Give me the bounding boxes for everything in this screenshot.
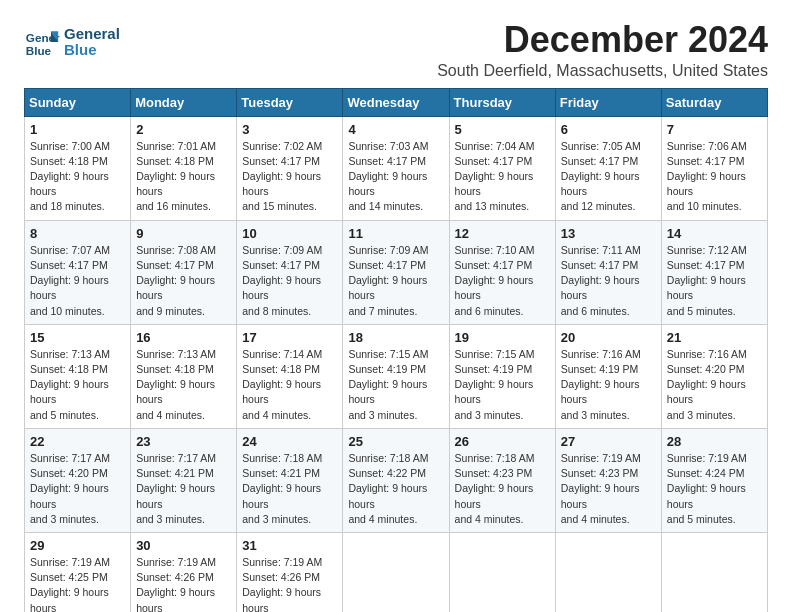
empty-cell xyxy=(343,532,449,612)
day-info: Sunrise: 7:15 AMSunset: 4:19 PMDaylight:… xyxy=(455,347,550,423)
title-block: December 2024 South Deerfield, Massachus… xyxy=(437,20,768,80)
svg-text:Blue: Blue xyxy=(26,44,52,57)
day-info: Sunrise: 7:11 AMSunset: 4:17 PMDaylight:… xyxy=(561,243,656,319)
calendar-day-2: 2Sunrise: 7:01 AMSunset: 4:18 PMDaylight… xyxy=(131,116,237,220)
calendar-day-12: 12Sunrise: 7:10 AMSunset: 4:17 PMDayligh… xyxy=(449,220,555,324)
calendar-week-5: 29Sunrise: 7:19 AMSunset: 4:25 PMDayligh… xyxy=(25,532,768,612)
day-info: Sunrise: 7:09 AMSunset: 4:17 PMDaylight:… xyxy=(348,243,443,319)
day-info: Sunrise: 7:05 AMSunset: 4:17 PMDaylight:… xyxy=(561,139,656,215)
weekday-header-tuesday: Tuesday xyxy=(237,88,343,116)
day-number: 16 xyxy=(136,330,231,345)
empty-cell xyxy=(661,532,767,612)
logo: General Blue General Blue xyxy=(24,24,120,60)
day-number: 24 xyxy=(242,434,337,449)
day-number: 25 xyxy=(348,434,443,449)
day-info: Sunrise: 7:17 AMSunset: 4:20 PMDaylight:… xyxy=(30,451,125,527)
day-number: 18 xyxy=(348,330,443,345)
day-number: 31 xyxy=(242,538,337,553)
day-number: 17 xyxy=(242,330,337,345)
day-number: 2 xyxy=(136,122,231,137)
calendar-day-19: 19Sunrise: 7:15 AMSunset: 4:19 PMDayligh… xyxy=(449,324,555,428)
day-number: 1 xyxy=(30,122,125,137)
calendar-week-4: 22Sunrise: 7:17 AMSunset: 4:20 PMDayligh… xyxy=(25,428,768,532)
calendar-day-9: 9Sunrise: 7:08 AMSunset: 4:17 PMDaylight… xyxy=(131,220,237,324)
day-info: Sunrise: 7:16 AMSunset: 4:20 PMDaylight:… xyxy=(667,347,762,423)
day-number: 20 xyxy=(561,330,656,345)
calendar-day-27: 27Sunrise: 7:19 AMSunset: 4:23 PMDayligh… xyxy=(555,428,661,532)
day-number: 22 xyxy=(30,434,125,449)
weekday-header-wednesday: Wednesday xyxy=(343,88,449,116)
calendar-week-2: 8Sunrise: 7:07 AMSunset: 4:17 PMDaylight… xyxy=(25,220,768,324)
logo-line1: General xyxy=(64,26,120,43)
empty-cell xyxy=(449,532,555,612)
calendar-day-15: 15Sunrise: 7:13 AMSunset: 4:18 PMDayligh… xyxy=(25,324,131,428)
day-info: Sunrise: 7:12 AMSunset: 4:17 PMDaylight:… xyxy=(667,243,762,319)
calendar-day-25: 25Sunrise: 7:18 AMSunset: 4:22 PMDayligh… xyxy=(343,428,449,532)
calendar-day-8: 8Sunrise: 7:07 AMSunset: 4:17 PMDaylight… xyxy=(25,220,131,324)
day-info: Sunrise: 7:19 AMSunset: 4:23 PMDaylight:… xyxy=(561,451,656,527)
day-number: 13 xyxy=(561,226,656,241)
day-info: Sunrise: 7:02 AMSunset: 4:17 PMDaylight:… xyxy=(242,139,337,215)
calendar-day-28: 28Sunrise: 7:19 AMSunset: 4:24 PMDayligh… xyxy=(661,428,767,532)
calendar-day-18: 18Sunrise: 7:15 AMSunset: 4:19 PMDayligh… xyxy=(343,324,449,428)
day-info: Sunrise: 7:19 AMSunset: 4:24 PMDaylight:… xyxy=(667,451,762,527)
day-info: Sunrise: 7:07 AMSunset: 4:17 PMDaylight:… xyxy=(30,243,125,319)
weekday-header-monday: Monday xyxy=(131,88,237,116)
day-info: Sunrise: 7:19 AMSunset: 4:25 PMDaylight:… xyxy=(30,555,125,612)
weekday-header-saturday: Saturday xyxy=(661,88,767,116)
day-number: 3 xyxy=(242,122,337,137)
day-number: 10 xyxy=(242,226,337,241)
day-number: 8 xyxy=(30,226,125,241)
weekday-header-thursday: Thursday xyxy=(449,88,555,116)
day-number: 6 xyxy=(561,122,656,137)
day-number: 21 xyxy=(667,330,762,345)
calendar-day-31: 31Sunrise: 7:19 AMSunset: 4:26 PMDayligh… xyxy=(237,532,343,612)
day-number: 9 xyxy=(136,226,231,241)
day-number: 29 xyxy=(30,538,125,553)
day-info: Sunrise: 7:13 AMSunset: 4:18 PMDaylight:… xyxy=(30,347,125,423)
location-title: South Deerfield, Massachusetts, United S… xyxy=(437,62,768,80)
logo-icon: General Blue xyxy=(24,24,60,60)
day-info: Sunrise: 7:01 AMSunset: 4:18 PMDaylight:… xyxy=(136,139,231,215)
calendar-day-21: 21Sunrise: 7:16 AMSunset: 4:20 PMDayligh… xyxy=(661,324,767,428)
calendar-week-3: 15Sunrise: 7:13 AMSunset: 4:18 PMDayligh… xyxy=(25,324,768,428)
day-info: Sunrise: 7:18 AMSunset: 4:22 PMDaylight:… xyxy=(348,451,443,527)
weekday-header-friday: Friday xyxy=(555,88,661,116)
calendar-day-7: 7Sunrise: 7:06 AMSunset: 4:17 PMDaylight… xyxy=(661,116,767,220)
day-info: Sunrise: 7:16 AMSunset: 4:19 PMDaylight:… xyxy=(561,347,656,423)
calendar-day-11: 11Sunrise: 7:09 AMSunset: 4:17 PMDayligh… xyxy=(343,220,449,324)
day-number: 5 xyxy=(455,122,550,137)
day-number: 30 xyxy=(136,538,231,553)
weekday-header-sunday: Sunday xyxy=(25,88,131,116)
day-info: Sunrise: 7:08 AMSunset: 4:17 PMDaylight:… xyxy=(136,243,231,319)
calendar-day-24: 24Sunrise: 7:18 AMSunset: 4:21 PMDayligh… xyxy=(237,428,343,532)
calendar-day-13: 13Sunrise: 7:11 AMSunset: 4:17 PMDayligh… xyxy=(555,220,661,324)
calendar-week-1: 1Sunrise: 7:00 AMSunset: 4:18 PMDaylight… xyxy=(25,116,768,220)
calendar-day-26: 26Sunrise: 7:18 AMSunset: 4:23 PMDayligh… xyxy=(449,428,555,532)
calendar-day-3: 3Sunrise: 7:02 AMSunset: 4:17 PMDaylight… xyxy=(237,116,343,220)
day-info: Sunrise: 7:09 AMSunset: 4:17 PMDaylight:… xyxy=(242,243,337,319)
calendar-day-22: 22Sunrise: 7:17 AMSunset: 4:20 PMDayligh… xyxy=(25,428,131,532)
day-info: Sunrise: 7:04 AMSunset: 4:17 PMDaylight:… xyxy=(455,139,550,215)
calendar-day-14: 14Sunrise: 7:12 AMSunset: 4:17 PMDayligh… xyxy=(661,220,767,324)
page-header: General Blue General Blue December 2024 … xyxy=(24,20,768,80)
day-info: Sunrise: 7:17 AMSunset: 4:21 PMDaylight:… xyxy=(136,451,231,527)
day-info: Sunrise: 7:14 AMSunset: 4:18 PMDaylight:… xyxy=(242,347,337,423)
day-number: 19 xyxy=(455,330,550,345)
day-number: 15 xyxy=(30,330,125,345)
calendar-day-23: 23Sunrise: 7:17 AMSunset: 4:21 PMDayligh… xyxy=(131,428,237,532)
day-info: Sunrise: 7:19 AMSunset: 4:26 PMDaylight:… xyxy=(242,555,337,612)
calendar-day-16: 16Sunrise: 7:13 AMSunset: 4:18 PMDayligh… xyxy=(131,324,237,428)
calendar-day-5: 5Sunrise: 7:04 AMSunset: 4:17 PMDaylight… xyxy=(449,116,555,220)
day-number: 28 xyxy=(667,434,762,449)
empty-cell xyxy=(555,532,661,612)
day-number: 4 xyxy=(348,122,443,137)
day-info: Sunrise: 7:00 AMSunset: 4:18 PMDaylight:… xyxy=(30,139,125,215)
day-number: 11 xyxy=(348,226,443,241)
day-info: Sunrise: 7:06 AMSunset: 4:17 PMDaylight:… xyxy=(667,139,762,215)
day-number: 12 xyxy=(455,226,550,241)
weekday-header-row: SundayMondayTuesdayWednesdayThursdayFrid… xyxy=(25,88,768,116)
calendar-day-6: 6Sunrise: 7:05 AMSunset: 4:17 PMDaylight… xyxy=(555,116,661,220)
day-info: Sunrise: 7:03 AMSunset: 4:17 PMDaylight:… xyxy=(348,139,443,215)
calendar-day-17: 17Sunrise: 7:14 AMSunset: 4:18 PMDayligh… xyxy=(237,324,343,428)
